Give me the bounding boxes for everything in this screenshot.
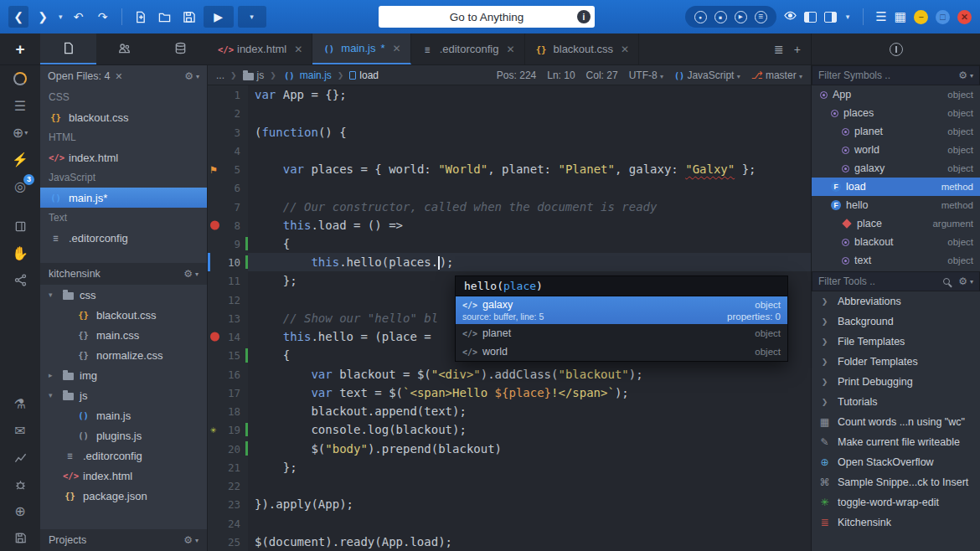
project-settings[interactable]: ⚙▾ (183, 268, 199, 280)
tab-main.js[interactable]: ()main.js*✕ (312, 33, 410, 64)
projects-footer[interactable]: Projects ⚙▾ (40, 529, 207, 551)
code-line[interactable]: 2 (208, 104, 811, 122)
save-button[interactable] (179, 6, 199, 28)
symbol-row[interactable]: galaxyobject (812, 159, 980, 178)
panel-tab-collaboration-icon[interactable] (96, 33, 152, 64)
gutter[interactable]: 24 (208, 513, 248, 532)
tree-file-row[interactable]: ≡.editorconfig (40, 445, 207, 466)
back-button[interactable]: ❮ (8, 6, 28, 28)
code-line[interactable]: 3(function() { (208, 122, 811, 141)
autocomplete-item[interactable]: </>worldobject (456, 342, 787, 361)
code-line[interactable]: 24 (208, 513, 811, 532)
gutter[interactable]: 6 (208, 178, 248, 197)
share-icon[interactable] (0, 266, 40, 293)
tool-row[interactable]: ❯Background (812, 312, 980, 332)
tree-folder-row[interactable]: ▸img (40, 365, 207, 385)
apps-grid-icon[interactable]: ▦ (895, 9, 906, 24)
code-line[interactable]: 18 blackout.append(text); (208, 402, 811, 420)
code-line[interactable]: 10 this.hello(places.); (208, 253, 811, 271)
close-icon[interactable]: ✕ (115, 71, 122, 82)
gutter[interactable]: 12 (208, 291, 248, 309)
gutter[interactable]: 7 (208, 197, 248, 215)
tool-row[interactable]: ⊕Open StackOverflow (812, 452, 980, 472)
tool-row[interactable]: ❯File Templates (812, 332, 980, 352)
go-to-anything-input[interactable]: Go to Anything i (379, 6, 595, 28)
gutter[interactable]: 25 (208, 533, 248, 551)
gutter[interactable]: 3 (208, 122, 248, 141)
tool-row[interactable]: ✎Make current file writeable (812, 432, 980, 452)
code-line[interactable]: 1var App = {}; (208, 85, 811, 104)
syntax-check-icon[interactable]: ◎3 (0, 173, 40, 199)
breakpoint-icon[interactable] (210, 220, 219, 229)
new-item-plus-button[interactable]: + (0, 33, 40, 64)
gutter[interactable]: 14 (208, 327, 248, 346)
open-file-row[interactable]: </>index.html (40, 147, 207, 167)
tree-chevron-icon[interactable]: ▾ (49, 391, 57, 399)
symbol-row[interactable]: blackoutobject (812, 233, 980, 251)
tree-file-row[interactable]: {}package.json (40, 486, 207, 506)
code-line[interactable]: ⚑5 var places = { world: "World", planet… (208, 160, 811, 178)
browser-preview-icon[interactable]: ⊕▾ (0, 119, 40, 146)
symbols-settings[interactable]: ⚙▾ (958, 70, 973, 81)
gutter[interactable]: 10 (208, 253, 248, 271)
outline-icon[interactable]: ☰ (0, 92, 40, 119)
gutter[interactable]: 18 (208, 402, 248, 420)
gutter[interactable]: 8 (208, 216, 248, 234)
code-line[interactable]: 9 { (208, 234, 811, 253)
tree-file-row[interactable]: {}normalize.css (40, 345, 207, 365)
gutter[interactable]: 21 (208, 458, 248, 476)
code-line[interactable]: 20 $("body").prepend(blackout) (208, 439, 811, 457)
symbol-row[interactable]: placesobject (812, 104, 980, 122)
symbol-row[interactable]: Floadmethod (812, 178, 980, 196)
close-tab-icon[interactable]: ✕ (621, 44, 629, 55)
code-line[interactable]: 17 var text = $(`<span>Hello ${place}!</… (208, 384, 811, 402)
gutter[interactable]: 16 (208, 365, 248, 384)
tab-.editorconfig[interactable]: ≡.editorconfig✕ (411, 33, 525, 64)
undo-button[interactable]: ↶ (69, 6, 89, 28)
save-panel-icon[interactable] (0, 524, 40, 551)
tree-file-row[interactable]: {}blackout.css (40, 305, 207, 325)
tool-row[interactable]: ⌘Sample Snippe...ck to Insert (812, 472, 980, 492)
code-line[interactable]: 25$(document).ready(App.load); (208, 533, 811, 551)
language-select[interactable]: () JavaScript ▾ (674, 70, 740, 81)
tool-row[interactable]: ❯Abbreviations (812, 291, 980, 312)
new-tab-button[interactable]: + (794, 43, 801, 56)
breadcrumb-item[interactable]: ... (216, 70, 224, 81)
symbol-row[interactable]: placeargument (812, 214, 980, 233)
open-file-row[interactable]: ()main.js* (40, 188, 207, 208)
macro-menu-icon[interactable]: ☰ (755, 11, 767, 23)
run-button[interactable]: ▶ (204, 6, 234, 28)
jump-marker-icon[interactable]: ✳ (210, 424, 216, 435)
maximize-window-button[interactable]: □ (936, 10, 950, 24)
open-file-row[interactable]: ≡.editorconfig (40, 228, 207, 248)
code-line[interactable]: 4 (208, 142, 811, 160)
autocomplete-item[interactable]: </>planetobject (456, 324, 787, 342)
gutter[interactable]: 17 (208, 384, 248, 402)
toggle-right-panel-icon[interactable] (824, 12, 837, 23)
git-branch-select[interactable]: ⎇ master ▾ (751, 70, 802, 81)
tool-row[interactable]: ❯Print Debugging (812, 372, 980, 392)
tab-list-icon[interactable]: ≣ (774, 43, 784, 56)
code-line[interactable]: ✳19 console.log(blackout); (208, 420, 811, 439)
tools-icon[interactable] (0, 471, 40, 497)
panel-tab-database-icon[interactable] (152, 33, 209, 64)
breadcrumb-item[interactable]: js (243, 70, 265, 81)
code-line[interactable]: 16 var blackout = $("<div>").addClass("b… (208, 365, 811, 384)
toggle-left-panel-icon[interactable] (804, 12, 817, 23)
breakpoint-icon[interactable] (210, 332, 219, 342)
open-file-button[interactable] (155, 6, 175, 28)
macro-icon[interactable]: ⚡ (0, 146, 40, 173)
symbol-row[interactable]: Fhellomethod (812, 196, 980, 214)
preview-dropdown-button[interactable]: ▾ (238, 6, 266, 28)
unit-test-icon[interactable]: ⚗ (0, 390, 40, 417)
panel-tab-file-panel-icon[interactable] (40, 33, 96, 64)
breadcrumb-item[interactable]: ()main.js (282, 70, 332, 81)
open-file-row[interactable]: {}blackout.css (40, 107, 207, 127)
code-line[interactable]: 23}).apply(App); (208, 495, 811, 513)
gutter[interactable]: 11 (208, 271, 248, 290)
profiler-icon[interactable] (0, 444, 40, 471)
encoding-select[interactable]: UTF-8 ▾ (629, 70, 663, 81)
record-macro-icon[interactable]: ● (694, 11, 707, 23)
filter-tools-input[interactable]: Filter Tools .. ⚙▾ (812, 271, 980, 291)
minimap-icon[interactable] (0, 213, 40, 239)
